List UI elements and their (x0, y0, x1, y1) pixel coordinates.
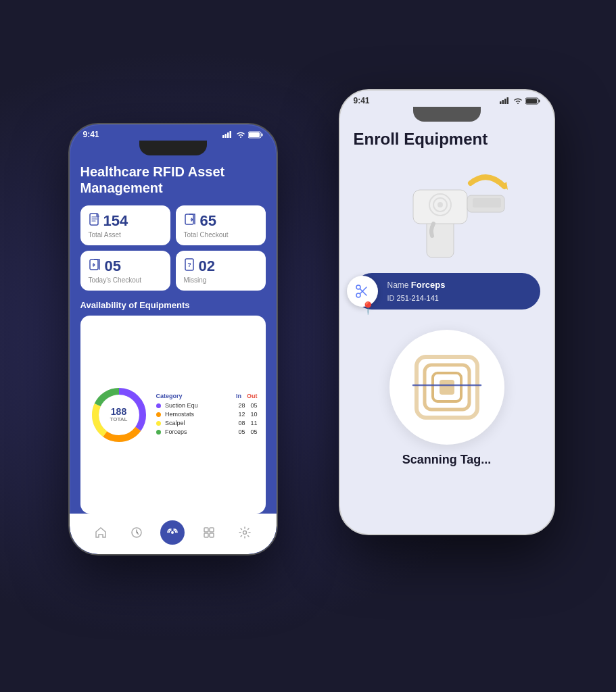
phone-1: 9:41 (68, 123, 278, 555)
svg-rect-24 (500, 101, 502, 104)
phone-1-content: Healthcare RFID Asset Management (70, 157, 277, 514)
stat-top-4: ? 02 (184, 257, 215, 275)
phone-1-screen: 9:41 (70, 124, 277, 554)
svg-point-18 (171, 531, 174, 534)
svg-rect-43 (440, 380, 454, 395)
legend-col-category: Category (156, 393, 231, 399)
phones-container: 9:41 (55, 55, 562, 637)
phone-2-content: Enroll Equipment (340, 123, 554, 534)
legend-col-in: In (236, 393, 241, 399)
stat-card-total-asset: 154 Total Asset (80, 205, 170, 245)
availability-card: 188 TOTAL Category In Out (80, 316, 266, 514)
badge-id-row: ID 251-214-141 (387, 292, 529, 304)
svg-rect-22 (210, 533, 214, 537)
legend-item-0: Suction Equ (156, 402, 233, 409)
svg-rect-29 (526, 99, 537, 103)
badge-name-label: Name (387, 280, 411, 290)
missing-label: Missing (184, 276, 207, 284)
rfid-symbol (410, 350, 484, 424)
total-asset-label: Total Asset (89, 231, 121, 239)
wifi-icon-2 (513, 97, 523, 105)
app-title: Healthcare RFID Asset Management (80, 164, 266, 196)
stat-card-today-checkout: 05 Today's Checkout (80, 251, 170, 291)
badge-id-label: ID (387, 294, 397, 302)
svg-rect-1 (224, 134, 227, 138)
stat-card-missing: ? 02 Missing (176, 251, 266, 291)
status-icons-2 (500, 97, 540, 105)
badge-name-value: Forceps (411, 280, 446, 290)
scan-circle (389, 330, 504, 445)
wifi-icon (236, 131, 245, 139)
scissors-icon (354, 283, 371, 299)
missing-icon: ? (184, 258, 196, 274)
svg-rect-5 (249, 132, 260, 137)
svg-rect-27 (506, 97, 508, 104)
donut-total-label: TOTAL (110, 417, 128, 423)
nav-inventory[interactable] (197, 520, 221, 545)
nav-history[interactable] (124, 520, 149, 545)
svg-rect-30 (538, 99, 540, 102)
badge-id-value: 251-214-141 (397, 294, 439, 302)
scan-section (389, 330, 504, 453)
svg-rect-21 (204, 533, 208, 537)
time-1: 9:41 (83, 130, 99, 139)
legend-item-3: Forceps (156, 428, 233, 435)
stat-top-1: 154 (89, 212, 128, 230)
enroll-title: Enroll Equipment (354, 130, 488, 149)
donut-total: 188 (110, 406, 128, 416)
nav-rfid[interactable] (160, 520, 185, 545)
svg-text:?: ? (187, 262, 191, 268)
total-asset-icon (89, 213, 101, 229)
stat-card-total-checkout: 65 Total Checkout (176, 205, 266, 245)
today-checkout-num: 05 (105, 257, 121, 275)
total-checkout-num: 65 (200, 212, 216, 230)
notch-2 (413, 107, 481, 122)
battery-icon (248, 131, 263, 139)
svg-rect-3 (229, 131, 231, 138)
total-checkout-icon (184, 213, 197, 229)
svg-rect-2 (227, 132, 229, 138)
status-bar-2: 9:41 (340, 91, 554, 108)
svg-point-23 (243, 531, 246, 535)
legend-row-2: Scalpel 08 11 (156, 420, 258, 426)
legend-dot-1 (156, 412, 161, 417)
legend-dot-0 (156, 403, 161, 408)
legend-row-1: Hemostats 12 10 (156, 411, 258, 418)
svg-rect-20 (210, 528, 214, 532)
location-pin: 📍 (360, 299, 375, 318)
legend-col-out: Out (247, 393, 258, 399)
donut-chart: 188 TOTAL (89, 385, 149, 445)
missing-num: 02 (199, 257, 215, 275)
svg-point-35 (437, 202, 443, 207)
svg-rect-0 (222, 135, 224, 138)
legend-header: Category In Out (156, 393, 258, 399)
bottom-nav (70, 514, 277, 554)
phone-2-screen: 9:41 (340, 91, 554, 534)
total-asset-num: 154 (103, 212, 128, 230)
availability-title: Availability of Equipments (80, 300, 266, 310)
battery-icon-2 (525, 97, 540, 105)
legend-row-3: Forceps 05 05 (156, 428, 258, 435)
today-checkout-label: Today's Checkout (89, 276, 142, 284)
legend-dot-2 (156, 421, 161, 426)
today-checkout-icon (89, 258, 102, 274)
nav-settings[interactable] (233, 520, 257, 545)
svg-rect-37 (473, 198, 501, 207)
legend: Category In Out Suction Equ 28 05 (156, 393, 258, 437)
stat-top-2: 65 (184, 212, 216, 230)
donut-center: 188 TOTAL (110, 406, 128, 422)
svg-rect-6 (261, 133, 262, 136)
svg-rect-25 (502, 100, 504, 104)
info-badge: 📍 Name Forceps ID 251-214-141 (354, 273, 540, 310)
status-icons-1 (222, 131, 263, 139)
equipment-image (354, 159, 540, 268)
nav-home[interactable] (89, 520, 113, 545)
signal-icon-2 (500, 97, 511, 104)
svg-rect-19 (204, 528, 208, 532)
scanning-text: Scanning Tag... (402, 453, 492, 467)
legend-row-0: Suction Equ 28 05 (156, 402, 258, 409)
stat-grid: 154 Total Asset (80, 205, 266, 291)
notch-1 (139, 141, 207, 155)
signal-icon (222, 131, 233, 138)
stat-top-3: 05 (89, 257, 121, 275)
